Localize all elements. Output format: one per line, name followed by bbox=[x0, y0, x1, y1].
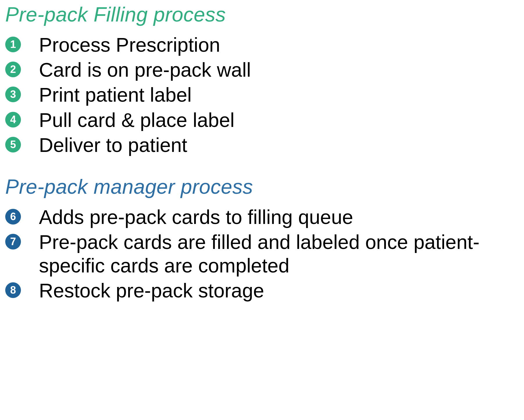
list-item: 2 Card is on pre-pack wall bbox=[5, 58, 524, 81]
step-badge: 6 bbox=[5, 209, 21, 225]
step-badge: 3 bbox=[5, 87, 21, 102]
section-title-manager: Pre-pack manager process bbox=[5, 175, 524, 198]
step-text: Pull card & place label bbox=[39, 108, 235, 132]
step-text: Pre-pack cards are filled and labeled on… bbox=[39, 230, 513, 277]
list-item: 4 Pull card & place label bbox=[5, 108, 524, 132]
step-badge: 7 bbox=[5, 234, 21, 250]
step-badge: 4 bbox=[5, 112, 21, 128]
step-badge: 1 bbox=[5, 37, 21, 52]
step-text: Card is on pre-pack wall bbox=[39, 58, 251, 81]
section-title-filling: Pre-pack Filling process bbox=[5, 3, 524, 26]
list-item: 1 Process Prescription bbox=[5, 33, 524, 56]
step-badge: 5 bbox=[5, 137, 21, 152]
step-text: Restock pre-pack storage bbox=[39, 279, 264, 302]
list-item: 6 Adds pre-pack cards to filling queue bbox=[5, 205, 524, 229]
step-text: Deliver to patient bbox=[39, 133, 187, 157]
list-item: 8 Restock pre-pack storage bbox=[5, 279, 524, 302]
manager-steps-list: 6 Adds pre-pack cards to filling queue 7… bbox=[5, 205, 524, 302]
list-item: 7 Pre-pack cards are filled and labeled … bbox=[5, 230, 524, 277]
step-text: Print patient label bbox=[39, 83, 192, 106]
list-item: 3 Print patient label bbox=[5, 83, 524, 106]
step-badge: 2 bbox=[5, 62, 21, 77]
filling-steps-list: 1 Process Prescription 2 Card is on pre-… bbox=[5, 33, 524, 157]
step-text: Adds pre-pack cards to filling queue bbox=[39, 205, 353, 229]
step-badge: 8 bbox=[5, 282, 21, 298]
step-text: Process Prescription bbox=[39, 33, 220, 56]
list-item: 5 Deliver to patient bbox=[5, 133, 524, 157]
page: Pre-pack Filling process 1 Process Presc… bbox=[0, 0, 524, 302]
